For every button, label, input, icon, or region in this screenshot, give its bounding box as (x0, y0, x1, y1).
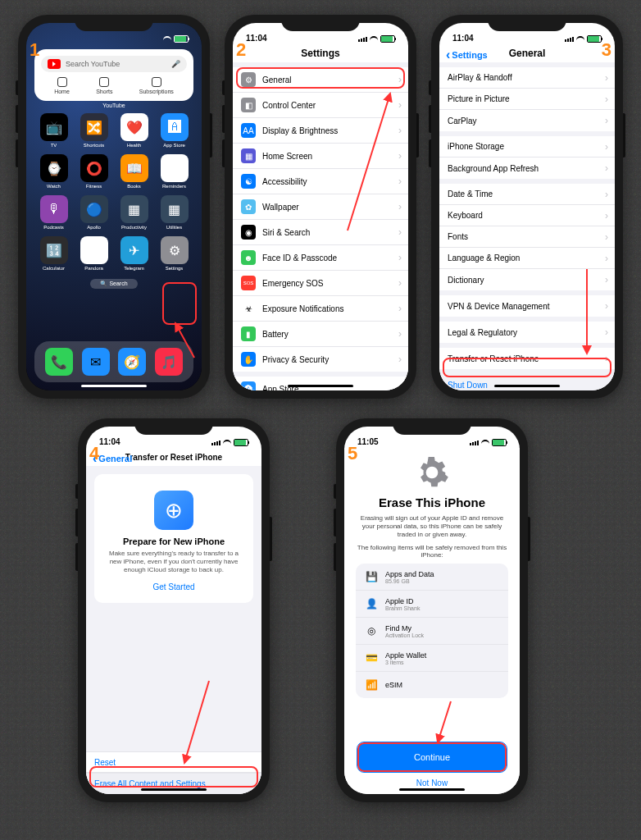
dock-mail[interactable]: ✉ (82, 348, 110, 376)
dock: 📞✉🧭🎵 (34, 341, 193, 382)
youtube-tab-home[interactable]: Home (54, 77, 70, 94)
settings-row-carplay[interactable]: CarPlay› (439, 110, 615, 131)
chevron-right-icon: › (605, 162, 608, 174)
settings-row-keyboard[interactable]: Keyboard› (439, 205, 615, 226)
chevron-right-icon: › (605, 300, 608, 312)
erase-title: Erase This iPhone (379, 495, 485, 509)
chevron-right-icon: › (398, 252, 402, 263)
settings-row-background-app-refresh[interactable]: Background App Refresh› (439, 158, 615, 179)
chevron-right-icon: › (398, 226, 402, 238)
settings-row-control-center[interactable]: ◧Control Center› (233, 93, 408, 118)
erase-item-esim: 📶eSIM (356, 672, 508, 698)
chevron-right-icon: › (398, 125, 402, 136)
erase-all-row[interactable]: Erase All Content and Settings (86, 773, 261, 794)
settings-row-transfer-or-reset-iphone[interactable]: Transfer or Reset iPhone› (439, 348, 615, 369)
app-books[interactable]: 📖Books (116, 154, 152, 189)
erase-item-apps-and-data: 💾Apps and Data85.96 GB (356, 564, 508, 591)
erase-items-list: 💾Apps and Data85.96 GB👤Apple IDBrahm Sha… (356, 564, 508, 698)
app-podcasts[interactable]: 🎙Podcasts (36, 195, 71, 230)
dock-safari[interactable]: 🧭 (118, 348, 146, 376)
settings-row-fonts[interactable]: Fonts› (439, 226, 615, 248)
chevron-right-icon: › (398, 201, 402, 212)
shutdown-row[interactable]: Shut Down (439, 374, 615, 390)
settings-row-display-brightness[interactable]: AADisplay & Brightness› (233, 118, 408, 144)
app-utilities[interactable]: ▦Utilities (157, 195, 192, 230)
dock-phone[interactable]: 📞 (45, 348, 73, 376)
step-number-2: 2 (236, 39, 246, 61)
app-telegram[interactable]: ✈Telegram (116, 236, 152, 271)
settings-row-emergency-sos[interactable]: SOSEmergency SOS› (233, 271, 408, 296)
back-button[interactable]: Settings (446, 48, 488, 62)
app-calculator[interactable]: 🔢Calculator (36, 236, 71, 271)
settings-row-language-region[interactable]: Language & Region› (439, 248, 615, 269)
settings-row-battery[interactable]: ▮Battery› (233, 322, 408, 347)
chevron-right-icon: › (605, 231, 608, 243)
youtube-logo-icon (48, 59, 61, 69)
page-title: Settings (233, 44, 408, 62)
chevron-right-icon: › (398, 303, 402, 314)
chevron-right-icon: › (398, 99, 402, 111)
settings-row-airplay-handoff[interactable]: AirPlay & Handoff› (439, 67, 615, 89)
step-number-3: 3 (602, 39, 611, 61)
chevron-right-icon: › (398, 74, 402, 85)
home-search[interactable]: 🔍 Search (90, 279, 138, 289)
settings-row-date-time[interactable]: Date & Time› (439, 184, 615, 205)
page-title: General (509, 48, 546, 59)
erase-item-apple-id: 👤Apple IDBrahm Shank (356, 591, 508, 618)
app-pandora[interactable]: 🅿Pandora (76, 236, 111, 271)
chevron-right-icon: › (605, 94, 608, 105)
chevron-right-icon: › (605, 353, 608, 364)
chevron-right-icon: › (398, 354, 402, 365)
chevron-right-icon: › (605, 326, 608, 338)
settings-row-app-store[interactable]: 🅐App Store› (233, 377, 408, 390)
chevron-right-icon: › (605, 72, 608, 84)
chevron-right-icon: › (398, 328, 402, 340)
settings-row-dictionary[interactable]: Dictionary› (439, 269, 615, 290)
youtube-search[interactable]: Search YouTube 🎤 (41, 56, 187, 72)
app-app-store[interactable]: 🅰App Store (157, 113, 192, 148)
get-started-link[interactable]: Get Started (104, 582, 243, 591)
erase-item-apple-wallet: 💳Apple Wallet3 items (356, 645, 508, 672)
app-reminders[interactable]: ☰Reminders (157, 154, 192, 189)
chevron-right-icon: › (605, 210, 608, 221)
transfer-hero-icon: ⊕ (154, 491, 193, 530)
youtube-tab-shorts[interactable]: Shorts (96, 77, 112, 94)
settings-row-face-id-passcode[interactable]: ☻Face ID & Passcode› (233, 245, 408, 271)
prepare-card: ⊕ Prepare for New iPhone Make sure every… (94, 474, 253, 603)
app-productivity[interactable]: ▦Productivity (116, 195, 152, 230)
settings-row-general[interactable]: ⚙General› (233, 67, 408, 93)
step-number-4: 4 (89, 443, 99, 464)
youtube-widget[interactable]: Search YouTube 🎤 Home Shorts Subscriptio… (34, 49, 193, 101)
settings-row-wallpaper[interactable]: ✿Wallpaper› (233, 194, 408, 220)
settings-row-iphone-storage[interactable]: iPhone Storage› (439, 136, 615, 158)
youtube-tab-subs[interactable]: Subscriptions (139, 77, 174, 94)
erase-item-find-my: ◎Find MyActivation Lock (356, 618, 508, 645)
app-settings[interactable]: ⚙Settings (157, 236, 192, 271)
continue-button[interactable]: Continue (357, 742, 507, 772)
app-fitness[interactable]: ⭕Fitness (76, 154, 111, 189)
settings-row-exposure-notifications[interactable]: ☣Exposure Notifications› (233, 296, 408, 322)
app-apollo[interactable]: 🔵Apollo (76, 195, 111, 230)
page-title: Transfer or Reset iPhone (125, 453, 222, 462)
step-number-1: 1 (30, 39, 39, 61)
settings-row-vpn-device-management[interactable]: VPN & Device Management› (439, 295, 615, 317)
settings-row-privacy-security[interactable]: ✋Privacy & Security› (233, 347, 408, 372)
step-number-5: 5 (348, 443, 357, 464)
settings-row-picture-in-picture[interactable]: Picture in Picture› (439, 89, 615, 110)
reset-row[interactable]: Reset (86, 751, 261, 773)
chevron-right-icon: › (605, 253, 608, 264)
gear-hero-icon (414, 454, 450, 491)
mic-icon[interactable]: 🎤 (171, 60, 180, 68)
dock-music[interactable]: 🎵 (155, 348, 183, 376)
app-watch[interactable]: ⌚Watch (36, 154, 71, 189)
app-shortcuts[interactable]: 🔀Shortcuts (76, 113, 111, 148)
settings-row-siri-search[interactable]: ◉Siri & Search› (233, 220, 408, 245)
settings-row-accessibility[interactable]: ☯Accessibility› (233, 169, 408, 194)
app-health[interactable]: ❤️Health (116, 113, 152, 148)
chevron-right-icon: › (398, 383, 402, 390)
app-tv[interactable]: 📺TV (36, 113, 71, 148)
settings-row-home-screen[interactable]: ▦Home Screen› (233, 144, 408, 169)
chevron-right-icon: › (398, 150, 402, 162)
settings-row-legal-regulatory[interactable]: Legal & Regulatory› (439, 322, 615, 343)
chevron-right-icon: › (605, 141, 608, 153)
